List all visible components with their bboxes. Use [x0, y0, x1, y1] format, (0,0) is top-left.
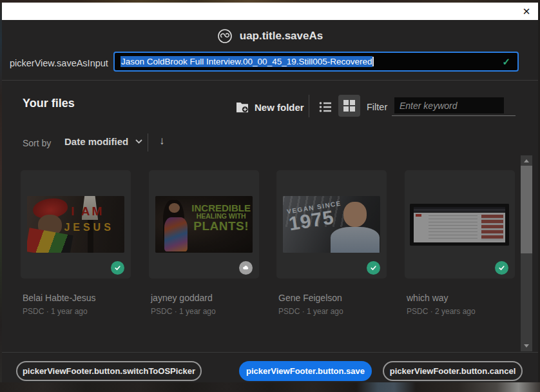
- file-meta: PSDC · 1 year ago: [149, 307, 259, 316]
- file-thumbnail: I AM JESUS: [27, 196, 124, 253]
- filter-input[interactable]: [394, 97, 504, 113]
- file-card-tile: INCREDIBLE HEALING WITH PLANTS!: [149, 170, 259, 279]
- sort-value: Date modified: [64, 136, 128, 147]
- cloud-status-icon: [239, 261, 253, 275]
- file-card-tile: I AM JESUS: [21, 170, 131, 279]
- valid-check-icon: ✓: [502, 56, 510, 68]
- chevron-down-icon: [135, 139, 142, 144]
- thumbnail-art: [164, 217, 188, 251]
- save-button[interactable]: pickerViewFooter.button.save: [239, 361, 372, 381]
- filename-selected-text: Jason ColdBrook Full Interview.00_00_45_…: [121, 56, 372, 67]
- scroll-up-arrow-icon[interactable]: [524, 159, 529, 162]
- file-thumbnail: [410, 204, 509, 246]
- list-view-icon: [319, 101, 332, 113]
- thumbnail-art: [331, 227, 380, 253]
- dialog-title: uap.title.saveAs: [240, 30, 323, 43]
- file-card-tile: [405, 170, 515, 279]
- close-icon[interactable]: ✕: [516, 3, 537, 20]
- switch-to-os-picker-button[interactable]: pickerViewFooter.button.switchToOSPicker: [16, 361, 202, 381]
- file-card[interactable]: which way PSDC · 2 years ago: [405, 170, 515, 316]
- thumbnail-art: [32, 196, 69, 220]
- thumbnail-art: [283, 196, 343, 227]
- new-folder-label: New folder: [255, 102, 304, 113]
- file-card-tile: VEGAN SINCE 1975: [276, 170, 387, 279]
- thumbnail-art: [38, 215, 63, 236]
- file-meta: PSDC · 2 years ago: [405, 307, 515, 316]
- file-card[interactable]: VEGAN SINCE 1975 Gene Feigelson PSDC · 1…: [276, 170, 387, 316]
- divider: [309, 95, 309, 117]
- filter-label: Filter: [367, 102, 387, 112]
- divider: [2, 352, 538, 353]
- grid-view-button[interactable]: [338, 95, 360, 117]
- thumbnail-art: [27, 228, 73, 253]
- file-meta: PSDC · 1 year ago: [276, 307, 387, 316]
- synced-check-icon: [367, 261, 380, 275]
- file-meta: PSDC · 1 year ago: [21, 307, 131, 316]
- thumbnail-art: [163, 200, 184, 249]
- list-view-button[interactable]: [316, 98, 334, 116]
- thumbnail-text: VEGAN SINCE 1975: [286, 200, 345, 233]
- grid-view-icon: [343, 100, 355, 112]
- section-title: Your files: [23, 97, 75, 110]
- backdrop-bottom: [0, 382, 540, 392]
- save-as-label: pickerView.saveAsInput: [10, 58, 108, 68]
- thumbnail-text: INCREDIBLE HEALING WITH PLANTS!: [191, 203, 251, 233]
- file-thumbnail: INCREDIBLE HEALING WITH PLANTS!: [155, 196, 253, 253]
- file-name: Gene Feigelson: [276, 293, 387, 303]
- scroll-down-arrow-icon[interactable]: [524, 344, 529, 348]
- divider: [2, 80, 538, 81]
- file-card[interactable]: I AM JESUS Belai Habte-Jesus PSDC · 1 ye…: [21, 170, 131, 316]
- thumbnail-text: I AM: [71, 204, 104, 219]
- thumbnail-art: [88, 220, 93, 253]
- filter-underline: [392, 115, 516, 116]
- thumbnail-art: [414, 207, 505, 243]
- file-name: Belai Habte-Jesus: [21, 293, 131, 303]
- file-thumbnail: VEGAN SINCE 1975: [283, 196, 380, 253]
- sort-dropdown[interactable]: Date modified: [64, 136, 142, 147]
- sort-by-label: Sort by: [23, 138, 51, 148]
- screen: ✕ uap.title.saveAs pickerView.saveAsInpu…: [0, 0, 540, 392]
- new-folder-button[interactable]: New folder: [236, 97, 304, 117]
- file-card[interactable]: INCREDIBLE HEALING WITH PLANTS! jayney g…: [149, 170, 259, 316]
- thumbnail-art: [343, 202, 367, 227]
- thumbnail-art: [82, 196, 99, 220]
- file-name: which way: [405, 293, 515, 303]
- file-name: jayney goddard: [149, 293, 259, 303]
- sort-direction-button[interactable]: ↓: [159, 135, 165, 148]
- scrollbar-thumb[interactable]: [521, 166, 532, 253]
- dialog-header: uap.title.saveAs: [2, 27, 538, 45]
- synced-check-icon: [111, 261, 124, 275]
- thumbnail-art: [169, 203, 180, 213]
- synced-check-icon: [495, 261, 508, 275]
- creative-cloud-logo-icon: [217, 28, 233, 44]
- text-caret: [372, 57, 374, 66]
- scrollbar[interactable]: [521, 155, 532, 351]
- new-folder-icon: [236, 101, 249, 113]
- window-titlebar: ✕: [2, 3, 538, 20]
- filename-input[interactable]: Jason ColdBrook Full Interview.00_00_45_…: [113, 52, 519, 72]
- thumbnail-text: JESUS: [64, 222, 113, 233]
- divider: [148, 133, 148, 152]
- save-as-dialog: ✕ uap.title.saveAs pickerView.saveAsInpu…: [2, 3, 538, 382]
- cancel-button[interactable]: pickerViewFooter.button.cancel: [383, 361, 523, 381]
